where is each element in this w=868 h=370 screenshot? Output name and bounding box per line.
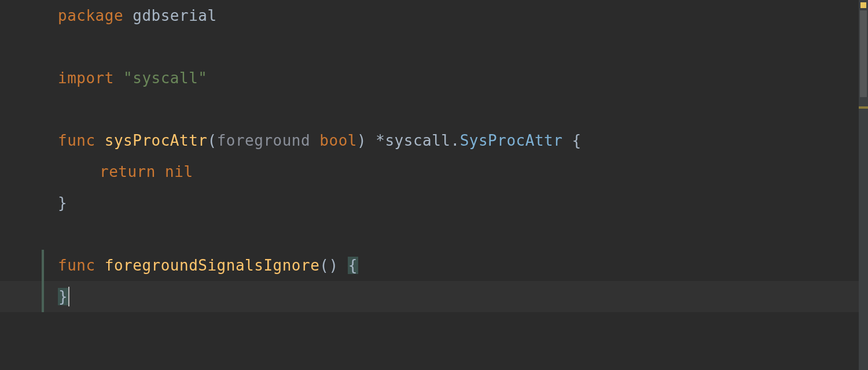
keyword-func: func	[58, 132, 95, 149]
code-line[interactable]: return nil	[58, 156, 856, 187]
paren-close: )	[357, 132, 366, 149]
dot: .	[451, 132, 460, 149]
brace-open-matched: {	[348, 257, 358, 274]
brace-close-matched: }	[58, 288, 68, 305]
return-pkg: syscall	[385, 132, 450, 149]
function-name: sysProcAttr	[105, 132, 208, 149]
code-line[interactable]: func sysProcAttr(foreground bool) *sysca…	[58, 125, 856, 156]
keyword-return: return	[100, 163, 156, 180]
text-caret	[68, 287, 69, 306]
brace-close: }	[58, 194, 67, 212]
code-line[interactable]	[58, 94, 856, 125]
code-line[interactable]: func foregroundSignalsIgnore() {	[58, 250, 856, 281]
code-line[interactable]: import "syscall"	[58, 62, 856, 94]
star: *	[376, 132, 385, 149]
warning-marker-icon[interactable]	[860, 2, 866, 8]
scrollbar-track[interactable]	[859, 0, 868, 370]
code-line[interactable]: }	[58, 281, 856, 312]
code-editor[interactable]: package gdbserial import "syscall" func …	[0, 0, 868, 370]
code-line[interactable]	[58, 219, 856, 250]
stripe-marker[interactable]	[859, 106, 868, 109]
brace-open: {	[572, 132, 582, 149]
return-type: SysProcAttr	[460, 132, 563, 149]
code-line[interactable]: package gdbserial	[58, 0, 856, 31]
vcs-change-marker	[42, 250, 44, 312]
keyword-func: func	[58, 257, 95, 274]
parens: ()	[319, 257, 338, 274]
param-type: bool	[319, 132, 357, 149]
code-line[interactable]	[58, 31, 856, 62]
import-path: "syscall"	[123, 69, 207, 87]
function-name: foregroundSignalsIgnore	[105, 257, 320, 274]
package-name: gdbserial	[133, 7, 216, 24]
scrollbar-thumb[interactable]	[860, 10, 867, 97]
paren-open: (	[207, 132, 216, 149]
param-name: foreground	[217, 132, 311, 149]
code-area[interactable]: package gdbserial import "syscall" func …	[58, 0, 856, 370]
keyword-nil: nil	[165, 163, 193, 180]
keyword-import: import	[58, 69, 114, 87]
code-line[interactable]: }	[58, 187, 856, 219]
gutter	[0, 0, 41, 370]
keyword-package: package	[58, 7, 123, 24]
